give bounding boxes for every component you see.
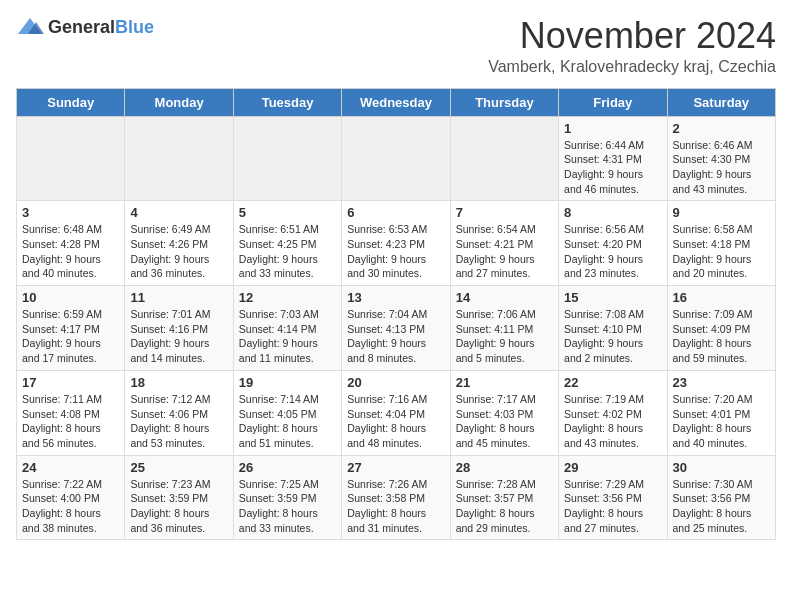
- day-number: 23: [673, 375, 770, 390]
- logo-icon: [16, 16, 44, 38]
- day-info: Sunrise: 6:59 AMSunset: 4:17 PMDaylight:…: [22, 307, 119, 366]
- day-info: Sunrise: 7:23 AMSunset: 3:59 PMDaylight:…: [130, 477, 227, 536]
- calendar-cell: [125, 116, 233, 201]
- calendar-cell: 3Sunrise: 6:48 AMSunset: 4:28 PMDaylight…: [17, 201, 125, 286]
- day-info: Sunrise: 7:20 AMSunset: 4:01 PMDaylight:…: [673, 392, 770, 451]
- day-of-week-header: Saturday: [667, 88, 775, 116]
- calendar-cell: 1Sunrise: 6:44 AMSunset: 4:31 PMDaylight…: [559, 116, 667, 201]
- calendar-cell: 23Sunrise: 7:20 AMSunset: 4:01 PMDayligh…: [667, 370, 775, 455]
- calendar-cell: 22Sunrise: 7:19 AMSunset: 4:02 PMDayligh…: [559, 370, 667, 455]
- calendar-cell: 16Sunrise: 7:09 AMSunset: 4:09 PMDayligh…: [667, 286, 775, 371]
- calendar-cell: 17Sunrise: 7:11 AMSunset: 4:08 PMDayligh…: [17, 370, 125, 455]
- day-info: Sunrise: 7:14 AMSunset: 4:05 PMDaylight:…: [239, 392, 336, 451]
- calendar-cell: 5Sunrise: 6:51 AMSunset: 4:25 PMDaylight…: [233, 201, 341, 286]
- day-number: 7: [456, 205, 553, 220]
- day-number: 20: [347, 375, 444, 390]
- day-number: 12: [239, 290, 336, 305]
- calendar-cell: [233, 116, 341, 201]
- day-number: 21: [456, 375, 553, 390]
- day-number: 27: [347, 460, 444, 475]
- day-info: Sunrise: 7:25 AMSunset: 3:59 PMDaylight:…: [239, 477, 336, 536]
- day-number: 11: [130, 290, 227, 305]
- day-number: 1: [564, 121, 661, 136]
- calendar-cell: 30Sunrise: 7:30 AMSunset: 3:56 PMDayligh…: [667, 455, 775, 540]
- title-area: November 2024 Vamberk, Kralovehradecky k…: [488, 16, 776, 76]
- calendar-week-row: 24Sunrise: 7:22 AMSunset: 4:00 PMDayligh…: [17, 455, 776, 540]
- calendar-cell: 9Sunrise: 6:58 AMSunset: 4:18 PMDaylight…: [667, 201, 775, 286]
- day-info: Sunrise: 6:49 AMSunset: 4:26 PMDaylight:…: [130, 222, 227, 281]
- logo-blue: Blue: [115, 17, 154, 37]
- day-of-week-header: Friday: [559, 88, 667, 116]
- day-info: Sunrise: 6:54 AMSunset: 4:21 PMDaylight:…: [456, 222, 553, 281]
- calendar-cell: 4Sunrise: 6:49 AMSunset: 4:26 PMDaylight…: [125, 201, 233, 286]
- calendar-week-row: 10Sunrise: 6:59 AMSunset: 4:17 PMDayligh…: [17, 286, 776, 371]
- day-info: Sunrise: 7:30 AMSunset: 3:56 PMDaylight:…: [673, 477, 770, 536]
- calendar-cell: 27Sunrise: 7:26 AMSunset: 3:58 PMDayligh…: [342, 455, 450, 540]
- calendar-header-row: SundayMondayTuesdayWednesdayThursdayFrid…: [17, 88, 776, 116]
- calendar-cell: 18Sunrise: 7:12 AMSunset: 4:06 PMDayligh…: [125, 370, 233, 455]
- day-number: 3: [22, 205, 119, 220]
- calendar-cell: 19Sunrise: 7:14 AMSunset: 4:05 PMDayligh…: [233, 370, 341, 455]
- day-info: Sunrise: 7:04 AMSunset: 4:13 PMDaylight:…: [347, 307, 444, 366]
- calendar-week-row: 3Sunrise: 6:48 AMSunset: 4:28 PMDaylight…: [17, 201, 776, 286]
- calendar-cell: 10Sunrise: 6:59 AMSunset: 4:17 PMDayligh…: [17, 286, 125, 371]
- calendar-cell: 7Sunrise: 6:54 AMSunset: 4:21 PMDaylight…: [450, 201, 558, 286]
- day-info: Sunrise: 7:29 AMSunset: 3:56 PMDaylight:…: [564, 477, 661, 536]
- day-info: Sunrise: 6:48 AMSunset: 4:28 PMDaylight:…: [22, 222, 119, 281]
- calendar-cell: 21Sunrise: 7:17 AMSunset: 4:03 PMDayligh…: [450, 370, 558, 455]
- location-title: Vamberk, Kralovehradecky kraj, Czechia: [488, 58, 776, 76]
- day-info: Sunrise: 7:16 AMSunset: 4:04 PMDaylight:…: [347, 392, 444, 451]
- calendar-cell: 13Sunrise: 7:04 AMSunset: 4:13 PMDayligh…: [342, 286, 450, 371]
- day-number: 15: [564, 290, 661, 305]
- day-info: Sunrise: 7:03 AMSunset: 4:14 PMDaylight:…: [239, 307, 336, 366]
- day-number: 5: [239, 205, 336, 220]
- calendar-cell: 26Sunrise: 7:25 AMSunset: 3:59 PMDayligh…: [233, 455, 341, 540]
- calendar-cell: 8Sunrise: 6:56 AMSunset: 4:20 PMDaylight…: [559, 201, 667, 286]
- calendar: SundayMondayTuesdayWednesdayThursdayFrid…: [16, 88, 776, 541]
- logo-general: General: [48, 17, 115, 37]
- calendar-cell: 2Sunrise: 6:46 AMSunset: 4:30 PMDaylight…: [667, 116, 775, 201]
- day-info: Sunrise: 6:56 AMSunset: 4:20 PMDaylight:…: [564, 222, 661, 281]
- day-of-week-header: Monday: [125, 88, 233, 116]
- day-number: 14: [456, 290, 553, 305]
- day-number: 19: [239, 375, 336, 390]
- calendar-cell: 15Sunrise: 7:08 AMSunset: 4:10 PMDayligh…: [559, 286, 667, 371]
- day-info: Sunrise: 7:06 AMSunset: 4:11 PMDaylight:…: [456, 307, 553, 366]
- day-number: 4: [130, 205, 227, 220]
- day-info: Sunrise: 7:26 AMSunset: 3:58 PMDaylight:…: [347, 477, 444, 536]
- day-info: Sunrise: 7:09 AMSunset: 4:09 PMDaylight:…: [673, 307, 770, 366]
- logo-text: GeneralBlue: [48, 18, 154, 37]
- day-of-week-header: Thursday: [450, 88, 558, 116]
- day-number: 10: [22, 290, 119, 305]
- calendar-cell: [17, 116, 125, 201]
- day-number: 17: [22, 375, 119, 390]
- day-number: 30: [673, 460, 770, 475]
- day-number: 9: [673, 205, 770, 220]
- day-number: 29: [564, 460, 661, 475]
- calendar-cell: 29Sunrise: 7:29 AMSunset: 3:56 PMDayligh…: [559, 455, 667, 540]
- calendar-cell: 14Sunrise: 7:06 AMSunset: 4:11 PMDayligh…: [450, 286, 558, 371]
- month-title: November 2024: [488, 16, 776, 56]
- day-info: Sunrise: 6:53 AMSunset: 4:23 PMDaylight:…: [347, 222, 444, 281]
- day-number: 28: [456, 460, 553, 475]
- day-info: Sunrise: 7:22 AMSunset: 4:00 PMDaylight:…: [22, 477, 119, 536]
- day-info: Sunrise: 7:08 AMSunset: 4:10 PMDaylight:…: [564, 307, 661, 366]
- day-info: Sunrise: 7:12 AMSunset: 4:06 PMDaylight:…: [130, 392, 227, 451]
- day-number: 2: [673, 121, 770, 136]
- day-info: Sunrise: 7:17 AMSunset: 4:03 PMDaylight:…: [456, 392, 553, 451]
- day-of-week-header: Tuesday: [233, 88, 341, 116]
- day-number: 13: [347, 290, 444, 305]
- day-number: 18: [130, 375, 227, 390]
- day-of-week-header: Wednesday: [342, 88, 450, 116]
- calendar-cell: [342, 116, 450, 201]
- day-number: 26: [239, 460, 336, 475]
- calendar-cell: 24Sunrise: 7:22 AMSunset: 4:00 PMDayligh…: [17, 455, 125, 540]
- calendar-cell: 12Sunrise: 7:03 AMSunset: 4:14 PMDayligh…: [233, 286, 341, 371]
- calendar-cell: 20Sunrise: 7:16 AMSunset: 4:04 PMDayligh…: [342, 370, 450, 455]
- day-number: 22: [564, 375, 661, 390]
- day-of-week-header: Sunday: [17, 88, 125, 116]
- calendar-cell: 6Sunrise: 6:53 AMSunset: 4:23 PMDaylight…: [342, 201, 450, 286]
- header: GeneralBlue November 2024 Vamberk, Kralo…: [16, 16, 776, 76]
- calendar-cell: 25Sunrise: 7:23 AMSunset: 3:59 PMDayligh…: [125, 455, 233, 540]
- day-number: 24: [22, 460, 119, 475]
